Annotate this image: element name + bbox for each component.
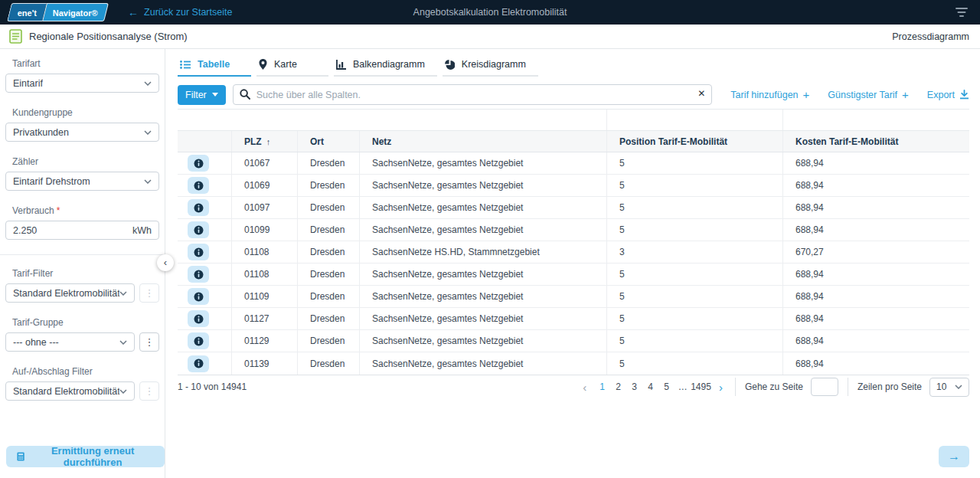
cell-position: 5 xyxy=(606,197,782,218)
add-tariff-label: Tarif hinzufügen xyxy=(730,90,798,100)
zaehler-select[interactable]: Eintarif Drehstrom xyxy=(5,172,159,191)
table-row: 01097 Dresden SachsenNetze, gesamtes Net… xyxy=(178,197,969,219)
row-info-button[interactable] xyxy=(188,199,209,216)
logo-brand: ene't xyxy=(7,3,47,21)
next-step-button[interactable]: → xyxy=(939,446,969,467)
download-icon xyxy=(959,90,969,100)
pagination-page-1[interactable]: 1 xyxy=(594,379,610,395)
column-header-plz[interactable]: PLZ ↑ xyxy=(231,131,297,152)
auf-abschlag-filter-label: Auf-/Abschlag Filter xyxy=(12,366,159,377)
cell-netz: SachsenNetze, gesamtes Netzgebiet xyxy=(359,352,606,375)
pagination-page-5[interactable]: 5 xyxy=(658,379,675,395)
cell-kosten: 688,94 xyxy=(782,219,969,241)
goto-page-input[interactable] xyxy=(811,378,838,396)
tarif-filter-kebab-button[interactable]: ⋮ xyxy=(139,283,159,303)
previous-page-button[interactable]: ‹ xyxy=(580,381,590,393)
chevron-down-icon xyxy=(144,81,152,86)
tarifart-select[interactable]: Eintarif xyxy=(5,74,159,93)
prozessdiagramm-link[interactable]: Prozessdiagramm xyxy=(892,31,969,42)
pagination-page-2[interactable]: 2 xyxy=(610,379,626,395)
row-info-button[interactable] xyxy=(188,155,209,172)
pagination-page-1495[interactable]: 1495 xyxy=(691,379,711,395)
cell-kosten: 688,94 xyxy=(782,175,969,196)
cell-position: 5 xyxy=(606,330,782,352)
tab-kreisdiagramm[interactable]: Kreisdiagramm xyxy=(443,57,538,77)
row-info-button[interactable] xyxy=(188,244,209,260)
cell-kosten: 688,94 xyxy=(782,286,969,307)
table-toolbar: Filter ✕ Tarif hinzufügen + Günstigster … xyxy=(178,84,969,105)
add-tariff-link[interactable]: Tarif hinzufügen + xyxy=(730,89,809,100)
info-icon xyxy=(194,358,204,368)
verbrauch-input[interactable] xyxy=(13,225,132,236)
filter-button[interactable]: Filter xyxy=(178,85,226,105)
clear-search-icon[interactable]: ✕ xyxy=(697,88,705,99)
pagination-page-4[interactable]: 4 xyxy=(642,379,658,395)
field-tarif-gruppe: Tarif-Gruppe --- ohne --- ⋮ xyxy=(5,317,159,352)
column-header-netz[interactable]: Netz xyxy=(359,131,606,152)
cell-kosten: 688,94 xyxy=(782,352,969,375)
rerun-calculation-button[interactable]: Ermittlung erneut durchführen xyxy=(6,446,165,467)
table-row: 01067 Dresden SachsenNetze, gesamtes Net… xyxy=(178,152,969,175)
table-row: 01069 Dresden SachsenNetze, gesamtes Net… xyxy=(178,175,969,197)
cell-netz: SachsenNetze, gesamtes Netzgebiet xyxy=(359,264,606,285)
export-link[interactable]: Export xyxy=(927,90,969,100)
table-row: 01129 Dresden SachsenNetze, gesamtes Net… xyxy=(178,330,969,352)
auf-abschlag-kebab-button[interactable]: ⋮ xyxy=(139,381,159,401)
row-info-button[interactable] xyxy=(188,355,209,372)
search-input[interactable] xyxy=(233,84,713,105)
info-icon xyxy=(194,181,204,191)
tarif-filter-select[interactable]: Standard Elektromobilität xyxy=(5,283,135,303)
row-info-button[interactable] xyxy=(188,310,209,327)
tarif-gruppe-value: --- ohne --- xyxy=(13,337,59,348)
info-icon xyxy=(194,247,204,257)
auf-abschlag-filter-select[interactable]: Standard Elektromobilität xyxy=(5,381,135,401)
list-icon xyxy=(180,61,191,69)
pie-chart-icon xyxy=(445,60,455,70)
row-info-button[interactable] xyxy=(188,332,209,349)
cell-plz: 01067 xyxy=(231,152,297,174)
table-row: 01139 Dresden SachsenNetze, gesamtes Net… xyxy=(178,352,969,375)
row-info-button[interactable] xyxy=(188,266,209,283)
divider xyxy=(848,378,848,396)
rows-per-page-select[interactable]: 10 xyxy=(929,378,969,397)
tarifart-value: Eintarif xyxy=(13,78,43,89)
chevron-down-icon xyxy=(119,340,127,345)
cell-plz: 01099 xyxy=(231,219,297,241)
tab-balkendiagramm[interactable]: Balkendiagramm xyxy=(334,57,437,77)
chevron-down-icon xyxy=(144,130,152,135)
cell-ort: Dresden xyxy=(297,219,359,241)
tab-label: Balkendiagramm xyxy=(353,59,425,70)
row-info-button[interactable] xyxy=(188,288,209,305)
table-body: 01067 Dresden SachsenNetze, gesamtes Net… xyxy=(178,152,969,375)
next-page-chevron-button[interactable]: › xyxy=(716,381,726,393)
tarif-gruppe-kebab-button[interactable]: ⋮ xyxy=(139,332,159,352)
column-header-kosten[interactable]: Kosten Tarif-E-Mobilität xyxy=(782,131,969,152)
cheapest-tariff-link[interactable]: Günstigster Tarif + xyxy=(828,89,909,100)
cell-plz: 01108 xyxy=(231,264,297,285)
column-header-ort[interactable]: Ort xyxy=(297,131,359,152)
cell-position: 5 xyxy=(606,219,782,241)
row-info-button[interactable] xyxy=(188,221,209,238)
tarif-gruppe-select[interactable]: --- ohne --- xyxy=(5,332,135,352)
row-info-button[interactable] xyxy=(188,177,209,194)
menu-icon[interactable] xyxy=(956,7,968,18)
column-header-position[interactable]: Position Tarif-E-Mobilität xyxy=(606,131,782,152)
sidebar-collapse-button[interactable]: ‹ xyxy=(157,254,174,271)
tarifart-label: Tarifart xyxy=(12,58,159,69)
back-to-start-link[interactable]: ← Zurück zur Startseite xyxy=(128,7,232,18)
body: Tarifart Eintarif Kundengruppe Privatkun… xyxy=(0,49,980,478)
cell-ort: Dresden xyxy=(297,241,359,263)
bar-chart-icon xyxy=(336,60,346,70)
cheapest-tariff-label: Günstigster Tarif xyxy=(828,90,897,100)
field-verbrauch: Verbrauch* kWh xyxy=(5,205,159,240)
pagination-page-3[interactable]: 3 xyxy=(626,379,642,395)
chevron-down-icon xyxy=(119,291,127,296)
kebab-icon: ⋮ xyxy=(145,287,155,299)
cell-plz: 01069 xyxy=(231,175,297,196)
enet-navigator-logo[interactable]: ene't Navigator® xyxy=(9,3,106,21)
tab-tabelle[interactable]: Tabelle xyxy=(178,57,251,77)
kundengruppe-select[interactable]: Privatkunden xyxy=(5,123,159,142)
page-title: Regionale Positionsanalyse (Strom) xyxy=(29,31,188,42)
cell-plz: 01139 xyxy=(231,352,297,375)
tab-karte[interactable]: Karte xyxy=(256,57,328,77)
